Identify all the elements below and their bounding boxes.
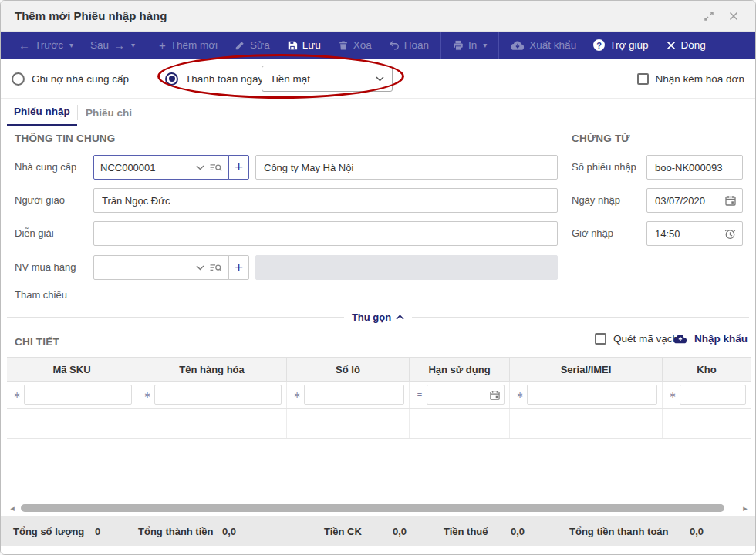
receipt-time-label: Giờ nhập — [572, 221, 613, 246]
document-section-title: CHỨNG TỪ — [572, 133, 630, 144]
empty-cell[interactable] — [410, 409, 510, 438]
contains-filter-icon[interactable]: ∗ — [13, 390, 21, 400]
print-button[interactable]: In ▾ — [444, 32, 495, 59]
deliverer-input[interactable] — [93, 188, 558, 213]
contains-filter-icon[interactable]: ∗ — [516, 390, 524, 400]
scroll-left-arrow-icon[interactable]: ◂ — [7, 503, 18, 513]
receipt-date-input[interactable] — [655, 195, 725, 207]
contains-filter-icon[interactable]: ∗ — [293, 390, 301, 400]
empty-cell[interactable] — [137, 409, 287, 438]
lookup-search-icon[interactable] — [209, 163, 222, 173]
plus-icon: + — [235, 259, 243, 276]
delete-button[interactable]: Xóa — [329, 32, 380, 59]
edit-button[interactable]: Sửa — [226, 32, 278, 59]
col-header-serial-imei[interactable]: Serial/IMEI — [510, 358, 663, 381]
calendar-icon[interactable] — [725, 195, 736, 206]
close-icon[interactable] — [727, 10, 740, 22]
tabs-bar: Phiếu nhập Phiếu chi — [1, 99, 755, 126]
filter-input-ten-hang-hoa[interactable] — [154, 385, 282, 405]
chevron-down-icon[interactable] — [196, 165, 204, 170]
filter-input-kho[interactable] — [680, 385, 746, 405]
barcode-scan-checkbox[interactable] — [595, 333, 606, 345]
col-header-so-lo[interactable]: Số lô — [287, 358, 410, 381]
receipt-no-label: Số phiếu nhập — [572, 155, 636, 180]
invoice-attached-checkbox[interactable] — [637, 73, 649, 85]
trash-icon — [338, 40, 349, 51]
pay-now-radio[interactable] — [165, 72, 178, 86]
save-button[interactable]: Lưu — [278, 32, 329, 59]
col-header-sku[interactable]: Mã SKU — [7, 358, 137, 381]
collapse-link[interactable]: Thu gọn — [352, 311, 404, 323]
scroll-right-arrow-icon[interactable]: ▸ — [740, 503, 751, 513]
equals-filter-icon[interactable]: = — [416, 390, 424, 399]
receipt-time-input[interactable] — [655, 228, 724, 240]
buyer-combo[interactable] — [93, 255, 229, 280]
totals-bar: Tổng số lượng 0 Tổng thành tiền 0,0 Tiền… — [1, 516, 755, 546]
empty-cell[interactable] — [663, 409, 751, 438]
receipt-date-label: Ngày nhập — [572, 188, 620, 213]
caret-down-icon: ▾ — [131, 41, 135, 49]
payment-method-select[interactable]: Tiền mặt — [262, 66, 393, 92]
question-circle-icon: ? — [593, 39, 605, 51]
filter-input-han-su-dung[interactable] — [427, 385, 505, 405]
prev-button[interactable]: ← Trước ▾ — [10, 32, 82, 59]
goods-receipt-dialog: Thêm mới Phiếu nhập hàng ← Trước ▾ Sau →… — [0, 0, 756, 555]
tab-phieu-chi[interactable]: Phiếu chi — [78, 99, 140, 126]
grid-empty-row[interactable] — [7, 409, 751, 439]
contains-filter-icon[interactable]: ∗ — [669, 390, 677, 400]
grid-filter-row: ∗ ∗ ∗ = — [7, 382, 751, 409]
col-header-kho[interactable]: Kho — [663, 358, 751, 381]
collapse-divider: Thu gọn — [7, 310, 749, 324]
filter-input-sku[interactable] — [24, 385, 132, 405]
buyer-code-input[interactable] — [100, 262, 191, 274]
undo-icon — [389, 40, 400, 51]
chevron-down-icon[interactable] — [196, 265, 204, 271]
buyer-label: NV mua hàng — [15, 255, 76, 280]
discount-label: Tiền CK — [324, 516, 362, 547]
import-link[interactable]: Nhập khẩu — [673, 327, 748, 350]
export-button[interactable]: Xuất khẩu — [502, 32, 585, 59]
lookup-search-icon[interactable] — [209, 263, 222, 273]
add-new-button[interactable]: + Thêm mới — [150, 32, 226, 59]
scrollbar-thumb[interactable] — [21, 504, 724, 512]
description-input[interactable] — [93, 221, 558, 246]
divider-line — [7, 317, 344, 318]
empty-cell[interactable] — [287, 409, 410, 438]
clock-icon[interactable] — [724, 228, 736, 240]
tab-phieu-nhap[interactable]: Phiếu nhập — [7, 99, 77, 126]
receipt-date-field[interactable] — [646, 188, 743, 213]
caret-down-icon: ▾ — [483, 41, 487, 49]
debit-supplier-radio[interactable] — [12, 72, 25, 86]
add-buyer-button[interactable]: + — [228, 255, 249, 280]
col-header-ten-hang-hoa[interactable]: Tên hàng hóa — [137, 358, 287, 381]
filter-input-serial-imei[interactable] — [527, 385, 657, 405]
supplier-code-combo[interactable] — [93, 155, 229, 180]
add-supplier-button[interactable]: + — [228, 155, 249, 180]
filter-input-so-lo[interactable] — [304, 385, 404, 405]
receipt-time-field[interactable] — [646, 221, 743, 246]
col-header-han-su-dung[interactable]: Hạn sử dụng — [410, 358, 510, 381]
detail-grid: Mã SKU Tên hàng hóa Số lô Hạn sử dụng Se… — [7, 357, 751, 439]
undo-button[interactable]: Hoãn — [380, 32, 437, 59]
expand-icon[interactable] — [703, 10, 715, 22]
grid-header-row: Mã SKU Tên hàng hóa Số lô Hạn sử dụng Se… — [7, 357, 751, 382]
caret-down-icon: ▾ — [69, 41, 73, 49]
help-button[interactable]: ? Trợ giúp — [585, 32, 656, 59]
total-qty-label: Tổng số lượng — [13, 516, 84, 547]
empty-cell[interactable] — [510, 409, 663, 438]
empty-cell[interactable] — [7, 409, 137, 438]
dialog-titlebar: Thêm mới Phiếu nhập hàng — [1, 1, 755, 32]
supplier-code-input[interactable] — [100, 162, 191, 173]
printer-icon — [453, 40, 464, 51]
supplier-name-input[interactable] — [255, 155, 558, 180]
close-button[interactable]: Đóng — [657, 32, 714, 59]
pencil-icon — [235, 40, 245, 51]
barcode-scan-option: Quét mã vạch — [595, 327, 678, 350]
arrow-right-icon: → — [113, 39, 125, 51]
next-button[interactable]: Sau → ▾ — [82, 32, 143, 59]
receipt-no-input[interactable] — [646, 155, 743, 180]
contains-filter-icon[interactable]: ∗ — [143, 390, 151, 400]
calendar-icon[interactable] — [490, 390, 500, 400]
dialog-title: Thêm mới Phiếu nhập hàng — [15, 1, 167, 32]
divider-line — [412, 317, 749, 318]
